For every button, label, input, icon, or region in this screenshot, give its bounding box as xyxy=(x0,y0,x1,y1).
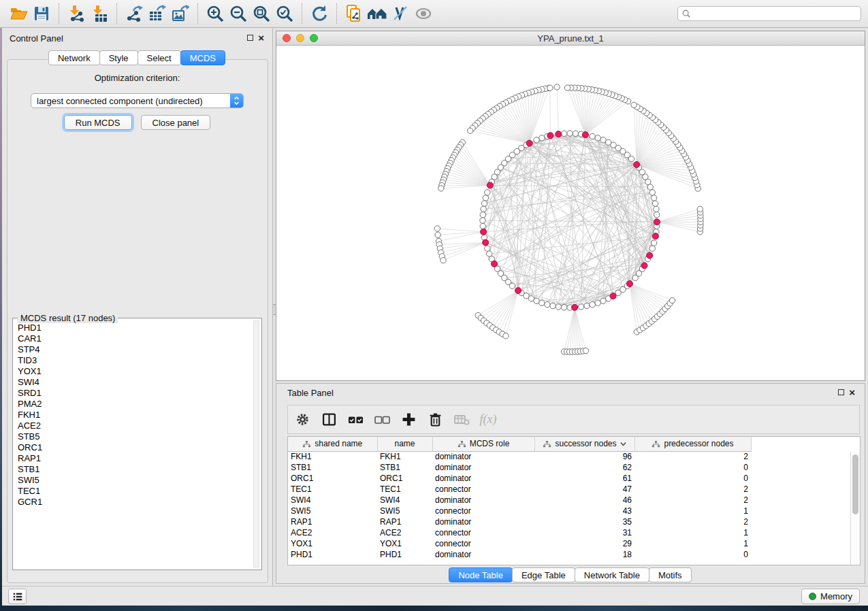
float-panel-icon[interactable] xyxy=(247,35,253,41)
mcds-result-item[interactable]: STP4 xyxy=(14,344,252,355)
cell-successor-nodes[interactable]: 29 xyxy=(534,538,634,549)
cell-mcds-role[interactable]: connector xyxy=(432,484,534,495)
add-column-icon[interactable] xyxy=(398,410,419,430)
mcds-result-item[interactable]: RAP1 xyxy=(14,453,252,464)
float-panel-icon[interactable] xyxy=(838,389,844,395)
cell-name[interactable]: SWI5 xyxy=(377,506,432,516)
cell-shared-name[interactable]: PHD1 xyxy=(288,549,377,560)
app-menu-button[interactable] xyxy=(8,589,27,604)
table-row[interactable]: SWI5SWI5connector431 xyxy=(288,506,852,516)
cell-name[interactable]: YOX1 xyxy=(377,538,432,549)
mcds-result-item[interactable]: GCR1 xyxy=(14,497,252,508)
cell-mcds-role[interactable]: dominator xyxy=(432,516,534,527)
mcds-result-item[interactable]: FKH1 xyxy=(14,410,252,420)
cell-name[interactable]: TEC1 xyxy=(377,484,432,495)
cell-shared-name[interactable]: STB1 xyxy=(288,462,377,473)
tab-select[interactable]: Select xyxy=(138,50,181,65)
zoom-in-icon[interactable] xyxy=(204,2,227,25)
clone-network-icon[interactable] xyxy=(342,2,366,25)
optimization-criterion-dropdown[interactable]: largest connected component (undirected) xyxy=(31,93,244,108)
memory-button[interactable]: Memory xyxy=(801,589,860,604)
network-canvas[interactable] xyxy=(276,46,865,380)
search-input[interactable] xyxy=(677,6,861,21)
table-row[interactable]: FKH1FKH1dominator962 xyxy=(288,451,852,462)
cell-predecessor-nodes[interactable]: 2 xyxy=(634,484,751,495)
cell-successor-nodes[interactable]: 47 xyxy=(534,484,634,495)
mcds-result-item[interactable]: SWI4 xyxy=(14,377,252,388)
zoom-selected-icon[interactable] xyxy=(273,2,296,25)
import-table-icon[interactable] xyxy=(88,2,111,25)
mcds-result-item[interactable]: TEC1 xyxy=(14,486,252,497)
cell-name[interactable]: ACE2 xyxy=(377,527,432,538)
result-scrollbar[interactable] xyxy=(253,320,259,567)
table-tab-network-table[interactable]: Network Table xyxy=(575,567,649,582)
select-all-columns-icon[interactable] xyxy=(345,410,366,430)
cell-mcds-role[interactable]: dominator xyxy=(432,495,534,506)
deselect-all-columns-icon[interactable] xyxy=(372,410,392,430)
cell-name[interactable]: ORC1 xyxy=(377,473,432,484)
cell-successor-nodes[interactable]: 43 xyxy=(534,506,634,516)
cell-mcds-role[interactable]: dominator xyxy=(432,473,534,484)
mcds-result-item[interactable]: STB1 xyxy=(14,464,252,475)
mcds-result-item[interactable]: PMA2 xyxy=(14,399,252,410)
column-header-MCDS-role[interactable]: MCDS role xyxy=(432,437,534,451)
cell-mcds-role[interactable]: connector xyxy=(432,527,534,538)
cell-name[interactable]: SWI4 xyxy=(377,495,432,506)
cell-name[interactable]: STB1 xyxy=(377,462,432,473)
cell-mcds-role[interactable]: dominator xyxy=(432,462,534,473)
cell-shared-name[interactable]: RAP1 xyxy=(288,516,377,527)
close-panel-button[interactable]: Close panel xyxy=(141,115,211,130)
export-network-icon[interactable] xyxy=(123,2,146,25)
cell-shared-name[interactable]: FKH1 xyxy=(288,451,377,462)
cybrowser-home-icon[interactable] xyxy=(366,2,389,25)
mcds-result-item[interactable]: STB5 xyxy=(14,431,252,442)
cell-successor-nodes[interactable]: 61 xyxy=(534,473,634,484)
table-tab-motifs[interactable]: Motifs xyxy=(649,567,692,582)
column-header-name[interactable]: name xyxy=(377,437,432,451)
cell-predecessor-nodes[interactable]: 2 xyxy=(634,451,751,462)
cell-predecessor-nodes[interactable]: 2 xyxy=(634,495,751,506)
mcds-result-item[interactable]: TID3 xyxy=(14,355,252,366)
table-settings-gear-icon[interactable] xyxy=(292,410,312,430)
export-table-icon[interactable] xyxy=(146,2,169,25)
cell-name[interactable]: RAP1 xyxy=(377,516,432,527)
table-row[interactable]: ORC1ORC1dominator610 xyxy=(288,473,852,484)
show-column-panel-icon[interactable] xyxy=(319,410,339,430)
zoom-fit-icon[interactable] xyxy=(250,2,273,25)
table-scrollbar-thumb[interactable] xyxy=(852,455,858,514)
table-row[interactable]: SWI4SWI4dominator462 xyxy=(288,495,852,506)
cell-shared-name[interactable]: ORC1 xyxy=(288,473,377,484)
cell-predecessor-nodes[interactable]: 0 xyxy=(634,549,751,560)
table-tab-edge-table[interactable]: Edge Table xyxy=(512,567,575,582)
cell-shared-name[interactable]: ACE2 xyxy=(288,527,377,538)
run-mcds-button[interactable]: Run MCDS xyxy=(64,115,132,130)
close-panel-icon[interactable]: × xyxy=(258,34,264,42)
network-window-titlebar[interactable]: YPA_prune.txt_1 xyxy=(276,31,865,46)
tab-mcds[interactable]: MCDS xyxy=(180,50,225,65)
column-header-predecessor-nodes[interactable]: predecessor nodes xyxy=(634,437,751,451)
column-header-successor-nodes[interactable]: successor nodes xyxy=(534,437,634,451)
cell-predecessor-nodes[interactable]: 1 xyxy=(634,506,751,516)
cell-successor-nodes[interactable]: 96 xyxy=(534,451,634,462)
table-tab-node-table[interactable]: Node Table xyxy=(449,567,513,582)
mcds-result-item[interactable]: SRD1 xyxy=(14,388,252,399)
table-row[interactable]: TEC1TEC1connector472 xyxy=(288,484,852,495)
save-session-icon[interactable] xyxy=(30,2,53,25)
cell-mcds-role[interactable]: connector xyxy=(432,506,534,516)
close-panel-icon[interactable]: × xyxy=(849,389,855,396)
cell-shared-name[interactable]: SWI4 xyxy=(288,495,377,506)
eye-icon[interactable] xyxy=(412,2,435,25)
delete-column-trash-icon[interactable] xyxy=(425,410,445,430)
cell-predecessor-nodes[interactable]: 2 xyxy=(634,516,751,527)
cell-name[interactable]: FKH1 xyxy=(377,451,432,462)
mcds-result-list[interactable]: PHD1CAR1STP4TID3YOX1SWI4SRD1PMA2FKH1ACE2… xyxy=(14,323,252,568)
cell-shared-name[interactable]: YOX1 xyxy=(288,538,377,549)
cell-mcds-role[interactable]: dominator xyxy=(432,549,534,560)
table-row[interactable]: ACE2ACE2connector311 xyxy=(288,527,852,538)
export-image-icon[interactable] xyxy=(169,2,192,25)
mcds-result-item[interactable]: CAR1 xyxy=(14,333,252,344)
cell-predecessor-nodes[interactable]: 0 xyxy=(634,462,751,473)
cell-mcds-role[interactable]: dominator xyxy=(432,451,534,462)
cell-successor-nodes[interactable]: 46 xyxy=(534,495,634,506)
column-header-shared-name[interactable]: shared name xyxy=(288,437,377,451)
